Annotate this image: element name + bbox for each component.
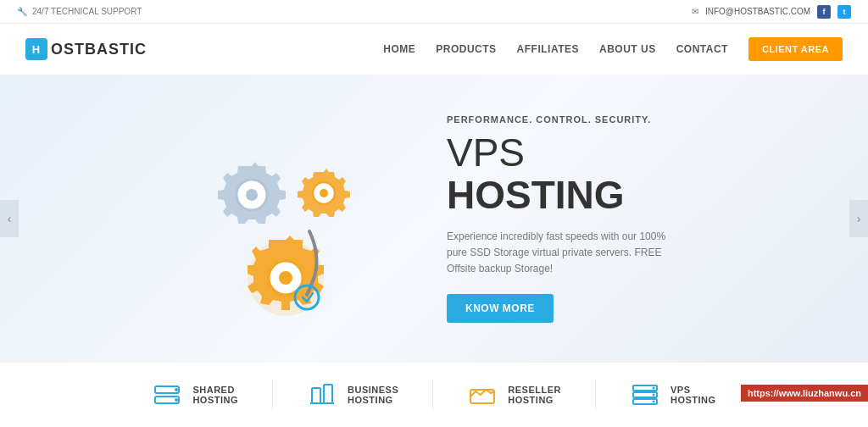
header: H OSTBASTIC HOME PRODUCTS AFFILIATES ABO… [0,24,868,75]
nav-about[interactable]: ABOUT US [599,43,656,55]
client-area-button[interactable]: CLIENT AREA [748,37,843,61]
nav-products[interactable]: PRODUCTS [436,43,496,55]
svg-point-6 [320,189,328,197]
hosting-bar: SHARED HOSTING BUSINESS HOSTING RESELLER… [0,363,868,427]
shared-hosting-icon [152,380,182,410]
top-bar: 🔧 24/7 TECHNICAL SUPPORT ✉ INFO@HOSTBAST… [0,0,868,24]
reseller-hosting-label: RESELLER HOSTING [508,385,561,405]
hosting-shared[interactable]: SHARED HOSTING [118,380,273,410]
gears-illustration [184,117,379,320]
support-icon: 🔧 [17,7,27,16]
support-info: 🔧 24/7 TECHNICAL SUPPORT [17,7,142,16]
hosting-vps[interactable]: VPS HOSTING [596,380,750,410]
logo-text: OSTBASTIC [51,41,147,58]
hosting-reseller[interactable]: RESELLER HOSTING [433,380,596,410]
hero-content: PERFORMANCE. CONTROL. SECURITY. VPS HOST… [95,114,773,324]
svg-point-11 [175,398,178,402]
svg-rect-12 [312,388,320,403]
business-hosting-icon [307,380,337,410]
nav-affiliates[interactable]: AFFILIATES [517,43,579,55]
hero-tagline: PERFORMANCE. CONTROL. SECURITY. [447,114,684,125]
carousel-next[interactable]: › [849,200,868,237]
hero-title-bold: HOSTING [447,173,625,217]
hero-section: ‹ [0,75,868,363]
email-address: INFO@HOSTBASTIC.COM [705,7,810,16]
facebook-icon[interactable]: f [817,5,831,19]
logo[interactable]: H OSTBASTIC [25,38,147,60]
reseller-hosting-icon [467,380,498,410]
carousel-prev[interactable]: ‹ [0,200,19,237]
main-nav: HOME PRODUCTS AFFILIATES ABOUT US CONTAC… [383,37,843,61]
svg-point-10 [175,388,178,391]
hero-title-light: VPS [447,130,525,175]
support-text: 24/7 TECHNICAL SUPPORT [32,7,142,16]
email-icon: ✉ [692,7,698,16]
watermark: https://www.liuzhanwu.cn [741,385,868,402]
nav-home[interactable]: HOME [383,43,415,55]
twitter-icon[interactable]: t [837,5,851,19]
hero-title: VPS HOSTING [447,131,684,217]
hero-text-block: PERFORMANCE. CONTROL. SECURITY. VPS HOST… [447,114,684,324]
hosting-business[interactable]: BUSINESS HOSTING [273,380,433,410]
hero-description: Experience incredibly fast speeds with o… [447,229,684,278]
svg-point-2 [279,271,292,285]
svg-point-21 [652,401,654,403]
top-bar-right: ✉ INFO@HOSTBASTIC.COM f t [692,5,851,19]
svg-point-4 [246,189,258,201]
vps-hosting-label: VPS HOSTING [670,385,716,405]
know-more-button[interactable]: KNOW MORE [447,294,554,323]
business-hosting-label: BUSINESS HOSTING [348,385,398,405]
svg-point-20 [652,394,654,396]
shared-hosting-label: SHARED HOSTING [192,385,238,405]
svg-point-19 [652,387,654,390]
nav-contact[interactable]: CONTACT [676,43,728,55]
svg-rect-13 [324,385,332,403]
vps-hosting-icon [630,380,660,410]
logo-icon: H [25,38,47,60]
